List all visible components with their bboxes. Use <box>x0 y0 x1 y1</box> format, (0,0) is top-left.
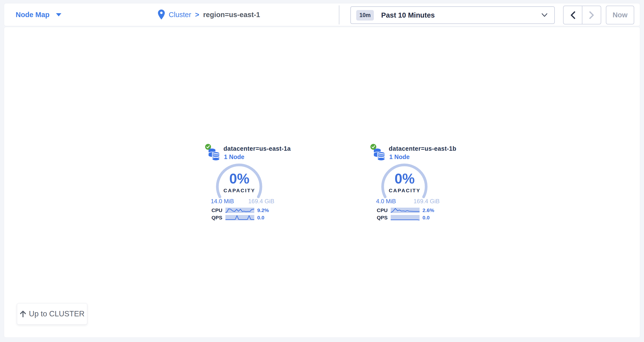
capacity-percentage: 0% <box>370 171 439 187</box>
breadcrumb: Cluster > region=us-east-1 <box>158 3 260 26</box>
arrow-up-icon <box>20 310 26 318</box>
qps-value: 0.0 <box>257 215 264 221</box>
node-map-canvas <box>4 27 640 338</box>
cpu-metric-row: CPU 9.2% <box>211 207 274 214</box>
view-switcher-label: Node Map <box>16 11 50 19</box>
capacity-total: 169.4 GiB <box>248 198 274 205</box>
location-pin-icon <box>158 9 165 20</box>
chevron-right-icon <box>589 11 594 19</box>
datacenter-title: datacenter=us-east-1a <box>224 145 291 152</box>
cpu-sparkline <box>226 208 254 213</box>
capacity-label: CAPACITY <box>370 188 439 193</box>
prev-time-button[interactable] <box>564 6 582 24</box>
capacity-usage-row: 4.0 MiB 169.4 GiB <box>376 198 440 205</box>
capacity-total: 169.4 GiB <box>414 198 440 205</box>
up-to-cluster-label: Up to CLUSTER <box>29 310 84 318</box>
time-range-label: Past 10 Minutes <box>381 11 435 19</box>
now-button[interactable]: Now <box>606 5 634 24</box>
datacenter-title: datacenter=us-east-1b <box>389 145 456 152</box>
qps-metric-row: QPS 0.0 <box>211 215 274 221</box>
chevron-down-icon <box>542 13 548 17</box>
top-header-bar: Node Map Cluster > region=us-east-1 10m … <box>4 3 640 26</box>
breadcrumb-current: region=us-east-1 <box>203 11 260 19</box>
cpu-metric-row: CPU 2.6% <box>376 207 440 214</box>
qps-sparkline <box>391 215 420 220</box>
capacity-label: CAPACITY <box>205 188 274 193</box>
time-step-buttons <box>563 5 601 24</box>
capacity-percentage: 0% <box>205 171 274 187</box>
chevron-left-icon <box>570 11 575 19</box>
capacity-used: 4.0 MiB <box>376 198 396 205</box>
datacenter-card-us-east-1b[interactable]: datacenter=us-east-1b 1 Node 0% CAPACITY… <box>370 144 439 224</box>
header-divider <box>339 5 339 24</box>
cpu-value: 9.2% <box>257 207 269 213</box>
cpu-label: CPU <box>212 207 222 213</box>
breadcrumb-separator: > <box>195 11 199 19</box>
cpu-value: 2.6% <box>422 207 434 213</box>
database-stack-icon <box>372 147 386 161</box>
time-range-badge: 10m <box>356 10 374 20</box>
breadcrumb-cluster-link[interactable]: Cluster <box>169 11 191 19</box>
caret-down-icon <box>56 13 61 16</box>
up-to-cluster-button[interactable]: Up to CLUSTER <box>17 303 87 325</box>
time-range-selector[interactable]: 10m Past 10 Minutes <box>350 6 555 24</box>
capacity-used: 14.0 MiB <box>211 198 234 205</box>
datacenter-node-count: 1 Node <box>389 153 410 160</box>
cpu-label: CPU <box>377 207 388 213</box>
qps-label: QPS <box>212 215 222 221</box>
qps-value: 0.0 <box>422 215 430 221</box>
qps-label: QPS <box>377 215 388 221</box>
cpu-sparkline <box>391 208 420 213</box>
capacity-usage-row: 14.0 MiB 169.4 GiB <box>211 198 274 205</box>
qps-metric-row: QPS 0.0 <box>376 215 440 221</box>
database-stack-icon <box>207 147 220 161</box>
datacenter-card-us-east-1a[interactable]: datacenter=us-east-1a 1 Node 0% CAPACITY… <box>205 144 274 224</box>
next-time-button[interactable] <box>582 6 601 24</box>
qps-sparkline <box>226 215 254 220</box>
datacenter-node-count: 1 Node <box>224 153 244 160</box>
view-switcher-dropdown[interactable]: Node Map <box>16 3 61 26</box>
